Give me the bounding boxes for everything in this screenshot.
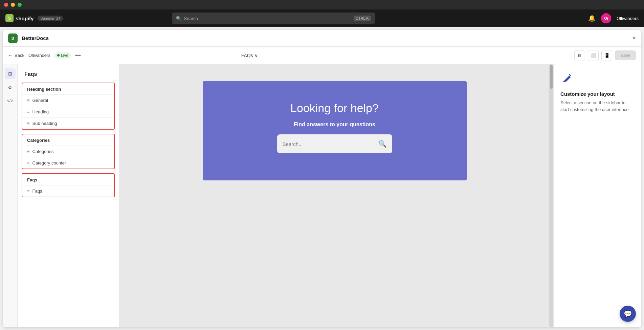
section-group-faqs-title: Faqs bbox=[22, 174, 114, 185]
secondary-toolbar: ← Back Ollivanders Live ••• FAQs ∨ 🖥 ⬜ 📱… bbox=[3, 47, 641, 64]
faq-hero-title: Looking for help? bbox=[290, 102, 379, 115]
sidebar-code-button[interactable]: </> bbox=[5, 95, 16, 106]
mac-maximize-button[interactable] bbox=[18, 3, 22, 7]
toolbar-right: 🖥 ⬜ 📱 Save bbox=[574, 50, 636, 61]
section-item-subheading[interactable]: ≡ Sub heading bbox=[22, 118, 114, 129]
mobile-view-button[interactable]: 📱 bbox=[601, 50, 612, 61]
shopify-logo: S shopify bbox=[5, 14, 34, 22]
shopify-topbar: S shopify Summer '24 🔍 Search CTRL K 🔔 O… bbox=[0, 9, 644, 27]
section-item-faqs[interactable]: ≡ Faqs bbox=[22, 185, 114, 197]
desktop-view-button[interactable]: 🖥 bbox=[574, 50, 585, 61]
app-logo: B bbox=[8, 34, 18, 43]
chat-bubble-button[interactable]: 💬 bbox=[620, 306, 636, 322]
section-item-general[interactable]: ≡ General bbox=[22, 95, 114, 106]
shopify-bar-right: 🔔 Oi Ollivanders bbox=[588, 13, 639, 23]
section-label-heading: Heading bbox=[32, 109, 49, 114]
shopify-app-name: shopify bbox=[16, 16, 34, 21]
section-icon-heading: ≡ bbox=[27, 109, 30, 114]
preview-area: Looking for help? Find answers to your q… bbox=[119, 64, 553, 327]
save-button[interactable]: Save bbox=[615, 50, 636, 60]
section-item-heading[interactable]: ≡ Heading bbox=[22, 106, 114, 118]
faqs-dropdown[interactable]: FAQs ∨ bbox=[241, 53, 258, 58]
app-header: B BetterDocs × bbox=[3, 30, 641, 47]
shopify-logo-icon: S bbox=[5, 14, 14, 22]
faq-search-box[interactable]: 🔍 bbox=[277, 134, 392, 153]
live-dot bbox=[57, 54, 60, 57]
icon-sidebar: ⊞ ⚙ </> bbox=[3, 64, 18, 327]
sections-panel-title: Faqs bbox=[18, 64, 119, 83]
store-name: Ollivanders bbox=[28, 53, 50, 58]
sections-panel: Faqs Heading section ≡ General ≡ Heading… bbox=[18, 64, 119, 327]
mac-close-button[interactable] bbox=[4, 3, 8, 7]
search-shortcut: CTRL K bbox=[354, 16, 371, 21]
section-group-faqs: Faqs ≡ Faqs bbox=[22, 173, 115, 197]
preview-content: Looking for help? Find answers to your q… bbox=[119, 64, 550, 327]
live-badge: Live bbox=[54, 52, 71, 59]
summer-badge: Summer '24 bbox=[38, 16, 63, 21]
main-content: ⊞ ⚙ </> Faqs Heading section ≡ General ≡ bbox=[3, 64, 641, 327]
gear-icon: ⚙ bbox=[8, 85, 12, 90]
section-label-faqs: Faqs bbox=[32, 189, 42, 194]
section-icon-general: ≡ bbox=[27, 98, 30, 103]
customize-description: Select a section on the sidebar to start… bbox=[560, 100, 635, 113]
section-label-subheading: Sub heading bbox=[32, 121, 57, 126]
mac-titlebar bbox=[0, 0, 644, 9]
section-group-heading: Heading section ≡ General ≡ Heading ≡ Su… bbox=[22, 83, 115, 130]
tablet-view-button[interactable]: ⬜ bbox=[588, 50, 599, 61]
section-label-categories: Categories bbox=[32, 149, 54, 154]
section-label-category-counter: Category counter bbox=[32, 160, 66, 166]
scrollbar-track[interactable] bbox=[549, 64, 553, 327]
faqs-label: FAQs bbox=[241, 53, 253, 58]
close-button[interactable]: × bbox=[632, 35, 636, 42]
section-group-heading-title: Heading section bbox=[22, 83, 114, 95]
customize-title: Customize your layout bbox=[560, 91, 635, 97]
scrollbar-thumb[interactable] bbox=[550, 65, 553, 89]
section-group-categories-title: Categories bbox=[22, 134, 114, 146]
mac-minimize-button[interactable] bbox=[11, 3, 15, 7]
back-label: Back bbox=[15, 53, 24, 58]
faq-search-icon: 🔍 bbox=[378, 140, 387, 148]
customize-icon bbox=[560, 72, 635, 87]
notification-icon[interactable]: 🔔 bbox=[588, 15, 596, 22]
chevron-down-icon: ∨ bbox=[254, 53, 258, 58]
search-icon: 🔍 bbox=[176, 16, 181, 21]
faq-hero-section: Looking for help? Find answers to your q… bbox=[203, 81, 467, 180]
sidebar-layers-button[interactable]: ⊞ bbox=[5, 68, 16, 79]
sidebar-settings-button[interactable]: ⚙ bbox=[5, 82, 16, 93]
app-window: B BetterDocs × ← Back Ollivanders Live •… bbox=[3, 30, 641, 327]
live-label: Live bbox=[61, 53, 68, 58]
user-name: Ollivanders bbox=[617, 16, 639, 21]
section-item-categories[interactable]: ≡ Categories bbox=[22, 146, 114, 157]
back-button[interactable]: ← Back bbox=[8, 53, 24, 58]
code-icon: </> bbox=[7, 98, 13, 103]
section-label-general: General bbox=[32, 98, 48, 103]
chat-icon: 💬 bbox=[624, 310, 632, 318]
layers-icon: ⊞ bbox=[8, 71, 12, 76]
section-icon-faqs: ≡ bbox=[27, 189, 30, 194]
section-group-categories: Categories ≡ Categories ≡ Category count… bbox=[22, 134, 115, 169]
faq-hero-subtitle: Find answers to your questions bbox=[294, 122, 375, 128]
shopify-search-bar[interactable]: 🔍 Search CTRL K bbox=[172, 13, 375, 24]
right-panel: Customize your layout Select a section o… bbox=[553, 64, 641, 327]
more-options-button[interactable]: ••• bbox=[75, 52, 81, 59]
search-placeholder-text: Search bbox=[184, 16, 198, 21]
app-title: BetterDocs bbox=[22, 35, 49, 41]
section-item-category-counter[interactable]: ≡ Category counter bbox=[22, 157, 114, 169]
toolbar-center: FAQs ∨ bbox=[241, 53, 258, 58]
section-icon-categories: ≡ bbox=[27, 149, 30, 154]
back-arrow-icon: ← bbox=[8, 53, 13, 58]
user-avatar[interactable]: Oi bbox=[601, 13, 611, 23]
section-icon-category-counter: ≡ bbox=[27, 160, 30, 166]
section-icon-subheading: ≡ bbox=[27, 121, 30, 126]
faq-search-input[interactable] bbox=[283, 141, 376, 147]
